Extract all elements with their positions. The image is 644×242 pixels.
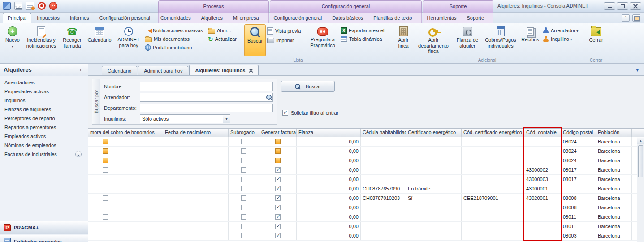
checkbox-subrogado[interactable] xyxy=(241,195,246,201)
filter-search-button[interactable]: Buscar xyxy=(281,81,335,92)
nav-group-pragma+[interactable]: PRAGMA+ xyxy=(0,221,88,234)
table-row[interactable]: 0,00CH08787010203SíCEE218709001430200010… xyxy=(88,194,637,203)
checkbox-mora-del-cobro-de-honorarios[interactable] xyxy=(103,158,108,163)
notes-icon[interactable] xyxy=(26,2,34,10)
table-row[interactable]: 0,0008024Barcelona xyxy=(88,147,637,156)
arrendador-button[interactable]: Arrendador xyxy=(541,27,582,34)
table-row[interactable]: 0,004300000208017Barcelona xyxy=(88,165,637,175)
column-header-cédula-habitabilidad[interactable]: Cédula habitabilidad xyxy=(361,129,406,137)
document-tab-alquileres-inquilinos[interactable]: Alquileres: Inquilinos xyxy=(189,65,259,75)
imprimir-button[interactable]: Imprimir xyxy=(266,36,306,44)
column-header-cód-contable[interactable]: Cód. contable xyxy=(524,129,561,137)
checkbox-mora-del-cobro-de-honorarios[interactable] xyxy=(103,214,108,220)
column-header-generar-factura[interactable]: Generar factura xyxy=(259,129,297,137)
checkbox-subrogado[interactable] xyxy=(241,186,246,191)
tabla-dinamica-button[interactable]: Tabla dinámica xyxy=(339,35,389,42)
window-layout-icon[interactable] xyxy=(632,14,640,22)
sidebar-item-repartos-a-perceptores[interactable]: Repartos a perceptores xyxy=(0,123,88,132)
checkbox-generar-factura[interactable] xyxy=(275,177,281,182)
abrir-button[interactable]: Abrir... xyxy=(207,27,244,34)
checkbox-mora-del-cobro-de-honorarios[interactable] xyxy=(103,177,108,182)
checkbox-mora-del-cobro-de-honorarios[interactable] xyxy=(103,195,108,201)
column-header-mora-del-cobro-de-honorarios[interactable]: mora del cobro de honorarios xyxy=(88,129,163,137)
fianza-de-alquiler-button[interactable]: Fianza de alquiler xyxy=(453,24,482,56)
pregunta-pragmatico-button[interactable]: Pregunta a Pragmático xyxy=(306,24,339,56)
checkbox-mora-del-cobro-de-honorarios[interactable] xyxy=(103,233,108,238)
ribbon-tab-configuración-personal[interactable]: Configuración personal xyxy=(95,13,155,23)
column-header-fecha-de-nacimiento[interactable]: Fecha de nacimiento xyxy=(163,129,229,137)
ribbon-tab-plantillas-de-texto[interactable]: Plantillas de texto xyxy=(368,13,417,23)
sidebar-item-facturas-de-industriales[interactable]: Facturas de industriales xyxy=(0,150,88,159)
ribbon-tab-datos-básicos[interactable]: Datos básicos xyxy=(327,13,368,23)
checkbox-generar-factura[interactable] xyxy=(275,148,281,154)
incidencias-button[interactable]: Incidencias y notificaciones xyxy=(23,24,59,56)
nombre-input[interactable] xyxy=(140,82,273,91)
scroll-up-icon[interactable] xyxy=(637,137,644,144)
ribbon-tab-mi-empresa[interactable]: Mi empresa xyxy=(228,13,264,23)
column-header-fianza[interactable]: Fianza xyxy=(297,129,361,137)
mis-documentos-button[interactable]: Mis documentos xyxy=(143,35,203,43)
sidebar-item-empleados-activos[interactable]: Empleados activos xyxy=(0,132,88,141)
sidebar-item-propiedades-activas[interactable]: Propiedades activas xyxy=(0,87,88,96)
checkbox-generar-factura[interactable] xyxy=(275,205,281,210)
checkbox-subrogado[interactable] xyxy=(241,214,246,220)
target-icon[interactable] xyxy=(38,2,46,10)
minimize-button[interactable] xyxy=(604,2,615,10)
checkbox-generar-factura[interactable] xyxy=(275,167,281,173)
checkbox-generar-factura[interactable] xyxy=(275,224,281,229)
table-row[interactable]: 0,004300000308017Barcelona xyxy=(88,175,637,184)
inquilinos-select[interactable]: Sólo activos xyxy=(140,114,230,123)
document-tabs-dropdown-icon[interactable]: ▾ xyxy=(636,67,639,73)
sidebar-item-fianzas-de-alquileres[interactable]: Fianzas de alquileres xyxy=(0,105,88,114)
vertical-scrollbar[interactable] xyxy=(637,137,644,242)
scrollbar-thumb[interactable] xyxy=(638,145,643,177)
checkbox-mora-del-cobro-de-honorarios[interactable] xyxy=(103,205,108,210)
checkbox-mora-del-cobro-de-honorarios[interactable] xyxy=(103,167,108,173)
sidebar-item-perceptores-de-reparto[interactable]: Perceptores de reparto xyxy=(0,114,88,123)
table-row[interactable]: 0,0008024Barcelona xyxy=(88,137,637,147)
column-header-población[interactable]: Población xyxy=(596,129,632,137)
dropdown-button[interactable] xyxy=(223,115,230,123)
table-row[interactable]: 0,00CH08787657090En trámite43000001Barce… xyxy=(88,184,637,194)
notificaciones-masivas-button[interactable]: Notificaciones masivas xyxy=(143,27,203,34)
checkbox-mora-del-cobro-de-honorarios[interactable] xyxy=(103,224,108,229)
document-tab-calendario[interactable]: Calendario xyxy=(102,66,137,75)
exportar-excel-button[interactable]: Exportar a excel xyxy=(339,27,389,34)
collapse-ribbon-icon[interactable]: ⌃ xyxy=(622,14,630,22)
column-header-subrogado[interactable]: Subrogado xyxy=(229,129,259,137)
recoger-llamada-button[interactable]: Recoger llamada xyxy=(59,24,85,56)
table-row[interactable]: 0,0008003Barcelona xyxy=(88,231,637,241)
ribbon-tab-configuración-general[interactable]: Configuración general xyxy=(269,13,327,23)
checkbox-mora-del-cobro-de-honorarios[interactable] xyxy=(103,148,108,154)
mail-icon[interactable] xyxy=(14,2,22,10)
checkbox-generar-factura[interactable] xyxy=(275,233,281,238)
nav-group-entidades-generales[interactable]: Entidades generales xyxy=(0,235,88,242)
departamento-input[interactable] xyxy=(140,104,273,112)
ribbon-tab-herramientas[interactable]: Herramientas xyxy=(422,13,461,23)
ribbon-tab-impuestos[interactable]: Impuestos xyxy=(32,13,65,23)
checkbox-generar-factura[interactable] xyxy=(275,214,281,220)
checkbox-subrogado[interactable] xyxy=(241,177,246,182)
adminet-para-hoy-button[interactable]: ADMINET para hoy xyxy=(114,24,143,56)
column-header-certificado-energético[interactable]: Certificado energético xyxy=(406,129,462,137)
checkbox-generar-factura[interactable] xyxy=(275,186,281,191)
collapse-items-icon[interactable] xyxy=(75,151,82,157)
close-button[interactable] xyxy=(630,2,641,10)
checkbox-subrogado[interactable] xyxy=(241,233,246,238)
lookup-icon[interactable] xyxy=(266,95,272,100)
app-icon[interactable] xyxy=(3,2,11,10)
recibos-button[interactable]: Recibos xyxy=(519,24,541,56)
table-row[interactable]: 0,0008011Barcelona xyxy=(88,212,637,222)
inquilino-button[interactable]: Inquilino xyxy=(541,35,582,43)
table-row[interactable]: 0,0008024Barcelona xyxy=(88,156,637,165)
sidebar-item-inquilinos[interactable]: Inquilinos xyxy=(0,96,88,105)
table-row[interactable]: 0,0008008Barcelona xyxy=(88,203,637,212)
arrendador-input[interactable] xyxy=(140,93,273,102)
maximize-button[interactable] xyxy=(617,2,628,10)
abrir-departamento-finca-button[interactable]: Abrir departamento finca xyxy=(414,24,453,56)
portal-inmobiliario-button[interactable]: Portal inmobiliario xyxy=(143,44,203,51)
checkbox-subrogado[interactable] xyxy=(241,167,246,173)
ribbon-tab-principal[interactable]: Principal xyxy=(3,13,31,23)
buscar-button[interactable]: Buscar xyxy=(244,24,266,56)
ribbon-tab-soporte[interactable]: Soporte xyxy=(462,13,489,23)
